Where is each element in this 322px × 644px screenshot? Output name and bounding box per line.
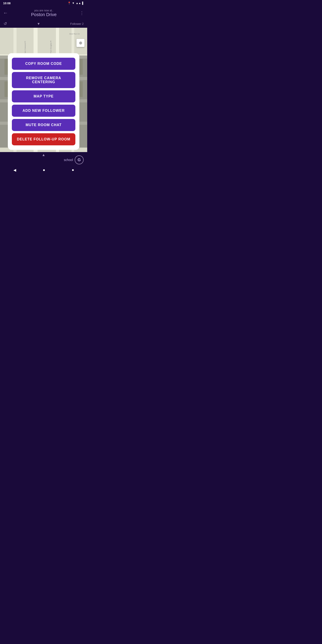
nav-back-icon[interactable]: ◀ <box>14 168 16 172</box>
subtitle: you are now at.. <box>8 9 80 12</box>
svg-text:Park Concord Pl: Park Concord Pl <box>24 41 26 54</box>
delete-follow-up-room-button[interactable]: DELETE FOLLOW-UP ROOM <box>12 133 75 145</box>
modal-dialog: COPY ROOM CODE REMOVE CAMERA CENTERING M… <box>8 53 80 150</box>
battery-icon: ▌ <box>82 2 84 5</box>
map-type-button[interactable]: MAP TYPE <box>12 90 75 102</box>
secondary-bar: ↺ ▾ Follower 2 <box>0 20 87 28</box>
map-area: Park Douglas Pl Park Concord Pl Park Arc… <box>0 28 87 161</box>
top-bar-center: you are now at.. Poston Drive <box>8 9 80 17</box>
location-icon: 📍 <box>68 2 71 5</box>
crosshair-icon: ⊕ <box>79 40 82 46</box>
top-bar: ← you are now at.. Poston Drive ⋮ <box>0 6 87 20</box>
svg-text:Park Douglas Pl: Park Douglas Pl <box>50 40 52 54</box>
status-time: 10:08 <box>3 2 10 5</box>
menu-button[interactable]: ⋮ <box>80 10 84 16</box>
back-button[interactable]: ← <box>3 10 8 16</box>
remove-camera-centering-button[interactable]: REMOVE CAMERA CENTERING <box>12 72 75 88</box>
modal-overlay: COPY ROOM CODE REMOVE CAMERA CENTERING M… <box>0 56 87 148</box>
location-title: Poston Drive <box>8 12 80 17</box>
signal-icon: ▲▲ <box>76 2 81 5</box>
wifi-icon: ▼ <box>72 2 75 5</box>
nav-bar: ◀ ● ■ <box>0 166 87 174</box>
refresh-button[interactable]: ↺ <box>4 21 7 26</box>
g-button[interactable]: G <box>75 156 84 164</box>
bottom-bar: ▲ school G <box>0 152 87 166</box>
location-fab[interactable]: ⊕ <box>76 39 84 47</box>
mute-room-chat-button[interactable]: MUTE ROOM CHAT <box>12 119 75 131</box>
add-new-follower-button[interactable]: ADD NEW FOLLOWER <box>12 105 75 117</box>
status-icons: 📍 ▼ ▲▲ ▌ <box>68 2 84 5</box>
chevron-down-button[interactable]: ▾ <box>38 21 40 26</box>
nav-home-icon[interactable]: ● <box>43 168 45 172</box>
status-bar: 10:08 📍 ▼ ▲▲ ▌ <box>0 0 87 6</box>
school-label: school <box>64 158 73 162</box>
copy-room-code-button[interactable]: COPY ROOM CODE <box>12 58 75 70</box>
nav-recents-icon[interactable]: ■ <box>72 168 74 172</box>
follower-count: Follower 2 <box>70 22 84 26</box>
svg-text:Deer Run Cir: Deer Run Cir <box>69 33 80 35</box>
chevron-up-icon: ▲ <box>42 153 46 157</box>
